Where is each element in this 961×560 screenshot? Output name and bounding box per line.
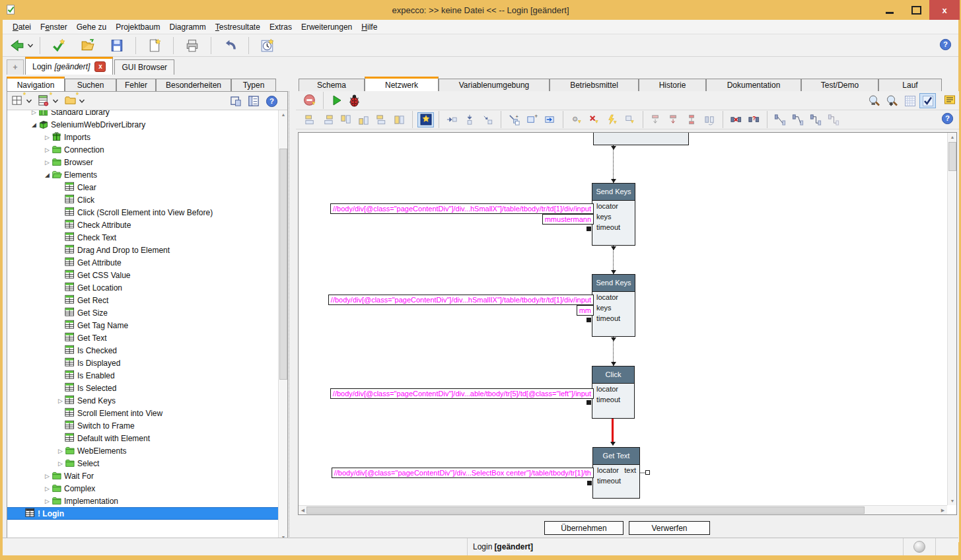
undo-button[interactable] <box>217 36 243 55</box>
clock-new-button[interactable] <box>254 36 281 55</box>
maximize-button[interactable] <box>903 0 929 20</box>
align-center-v-button[interactable] <box>391 112 408 127</box>
tab-betriebsmittel[interactable]: Betriebsmittel <box>550 79 639 92</box>
tree-view-button[interactable] <box>248 95 260 108</box>
block-get-text-gettext1[interactable]: Get Textlocatortexttimeout <box>592 447 640 499</box>
expand-arrow-icon[interactable]: ▷ <box>43 485 52 492</box>
log-icon[interactable] <box>943 93 956 108</box>
new-page-button[interactable] <box>141 36 168 55</box>
input-pin-timeout[interactable] <box>587 481 592 485</box>
collapse-arrow-icon[interactable]: ◢ <box>30 122 38 128</box>
collapse-arrow-icon[interactable]: ◢ <box>43 172 52 178</box>
tree-item-switch-to-frame[interactable]: Switch to Frame <box>7 419 278 432</box>
discard-button[interactable]: Verwerfen <box>629 521 710 535</box>
check-box-button[interactable] <box>919 93 936 108</box>
annotation-value[interactable]: mmustermann <box>542 214 594 225</box>
tree-scrollbar[interactable]: ▲ ▼ <box>278 110 287 542</box>
canvas-hscrollbar-thumb[interactable] <box>306 507 865 514</box>
check-new-button[interactable] <box>46 36 72 55</box>
pin-add-button[interactable] <box>462 112 478 127</box>
scroll-right-arrow[interactable]: ▶ <box>939 508 947 513</box>
tree-item-is-displayed[interactable]: Is Displayed <box>7 357 278 369</box>
annotation-xpath[interactable]: //body/div[@class="pageContentDiv"]/div.… <box>330 203 594 214</box>
zoom-in-button[interactable] <box>884 93 900 108</box>
tree-item-wait-for[interactable]: ▷Wait For <box>7 470 278 482</box>
detach-view-button[interactable] <box>230 95 242 108</box>
resize-block-button[interactable] <box>701 112 718 127</box>
expand-arrow-icon[interactable]: ▷ <box>30 110 38 116</box>
chevron-down-icon[interactable] <box>26 96 32 106</box>
view-grid-button[interactable] <box>11 94 32 107</box>
menu-item-extras[interactable]: Extras <box>265 21 297 33</box>
input-pin-timeout[interactable] <box>587 227 591 231</box>
tab-besonderheiten[interactable]: Besonderheiten <box>156 79 231 92</box>
tree-item-standard-library[interactable]: ▷Standard Library <box>7 110 278 118</box>
scroll-down-arrow[interactable]: ▼ <box>948 497 957 505</box>
connection-style-4-button[interactable] <box>826 112 842 127</box>
tree-item-webelements[interactable]: ▷WebElements <box>7 444 278 457</box>
box-add-button[interactable] <box>622 112 638 127</box>
insert-block-button[interactable] <box>417 112 434 127</box>
zoom-out-button[interactable] <box>866 93 882 108</box>
tree-item-click[interactable]: Click <box>7 193 278 206</box>
menu-item-testresultate[interactable]: Testresultate <box>211 21 265 33</box>
menu-item-hilfe[interactable]: Hilfe <box>357 21 382 33</box>
tab-historie[interactable]: Historie <box>639 79 706 92</box>
output-pin-text[interactable] <box>645 470 650 475</box>
gear-add-button[interactable]: ⚙ <box>568 112 585 127</box>
expand-arrow-icon[interactable]: ▷ <box>43 147 52 153</box>
connection-style-1-button[interactable] <box>772 112 789 127</box>
annotation-xpath[interactable]: //body/div[@class="pageContentDiv"]/div.… <box>328 295 594 305</box>
chevron-down-icon[interactable] <box>27 41 34 50</box>
tree-item-click-scroll-element-into-view-before[interactable]: Click (Scroll Element into View Before) <box>7 206 278 219</box>
canvas-vscrollbar-thumb[interactable] <box>948 142 956 171</box>
grid-small-button[interactable] <box>902 93 918 108</box>
tab-dokumentation[interactable]: Dokumentation <box>706 79 801 92</box>
expand-arrow-icon[interactable]: ▷ <box>43 473 52 479</box>
menu-item-fenster[interactable]: Fenster <box>36 21 72 33</box>
save-button[interactable] <box>104 36 130 55</box>
tree-item-check-attribute[interactable]: Check Attribute <box>7 219 278 231</box>
annotation-xpath[interactable]: //body/div[@class="pageContentDiv"]/div.… <box>332 468 594 478</box>
block-send-keys-sendkeys2[interactable]: Send Keyslocatorkeystimeout <box>592 274 635 337</box>
frame-add-button[interactable]: + <box>524 112 540 127</box>
scroll-up-arrow[interactable]: ▲ <box>948 133 957 141</box>
tree-item-get-attribute[interactable]: Get Attribute <box>7 256 278 269</box>
inline-add-button[interactable] <box>542 112 558 127</box>
tree-item-is-checked[interactable]: Is Checked <box>7 344 278 357</box>
remove-breakpoint-button[interactable] <box>302 93 318 108</box>
tree-item-get-css-value[interactable]: Get CSS Value <box>7 269 278 281</box>
connection-style-3-button[interactable] <box>808 112 824 127</box>
tree-item-check-text[interactable]: Check Text <box>7 231 278 244</box>
expand-arrow-icon[interactable]: ▷ <box>56 460 65 467</box>
expand-arrow-icon[interactable]: ▷ <box>43 134 52 141</box>
tree-item-complex[interactable]: ▷Complex <box>7 482 278 495</box>
tab-navigation[interactable]: Navigation <box>7 77 65 92</box>
tree-item-scroll-element-into-view[interactable]: Scroll Element into View <box>7 407 278 419</box>
annotation-xpath[interactable]: //body/div[@class="pageContentDiv"]/div.… <box>330 388 594 399</box>
tab-test-demo[interactable]: Test/Demo <box>801 79 878 92</box>
help-icon[interactable]: ? <box>266 95 278 108</box>
tree-item-connection[interactable]: ▷Connection <box>7 143 278 156</box>
tab-suchen[interactable]: Suchen <box>65 79 116 92</box>
canvas-hscrollbar[interactable]: ◀ ▶ <box>299 505 947 514</box>
tree-item-elements[interactable]: ◢Elements <box>7 168 278 181</box>
close-button[interactable]: x <box>929 0 960 20</box>
tree-item-browser[interactable]: ▷Browser <box>7 156 278 168</box>
annotation-value[interactable]: mm <box>577 305 594 316</box>
align-center-h-button[interactable] <box>373 112 390 127</box>
tree-item-implementation[interactable]: ▷Implementation <box>7 495 278 507</box>
tree-item-get-location[interactable]: Get Location <box>7 281 278 294</box>
expand-arrow-icon[interactable]: ▷ <box>43 498 52 505</box>
minimize-button[interactable] <box>876 0 903 20</box>
menu-item-diagramm[interactable]: Diagramm <box>165 21 211 33</box>
connection-style-2-button[interactable] <box>790 112 806 127</box>
menu-item-erweiterungen[interactable]: Erweiterungen <box>297 21 357 33</box>
delete-add-button[interactable] <box>586 112 602 127</box>
tree-item-get-tag-name[interactable]: Get Tag Name <box>7 319 278 332</box>
chevron-down-icon[interactable] <box>52 96 59 106</box>
apply-button[interactable]: Übernehmen <box>544 521 623 535</box>
back-arrow-button[interactable] <box>8 36 34 55</box>
tab-variablenumgebung[interactable]: Variablenumgebung <box>439 79 550 92</box>
expand-arrow-icon[interactable]: ▷ <box>43 159 52 166</box>
